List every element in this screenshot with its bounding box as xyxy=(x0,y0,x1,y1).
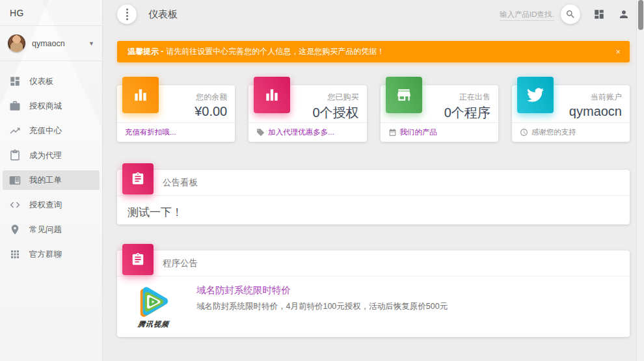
tencent-video-logo: 腾讯视频 xyxy=(133,283,174,329)
sidebar-item-official-group[interactable]: 官方群聊 xyxy=(3,245,100,264)
dashboard-grid-icon xyxy=(593,8,605,20)
store-icon xyxy=(386,77,422,113)
avatar xyxy=(8,34,25,52)
alert-prefix: 温馨提示 - xyxy=(127,46,163,57)
trending-up-icon xyxy=(9,125,21,137)
sidebar: HG qymaocn ▼ 仪表板 授权商城 充值中心 xyxy=(0,0,103,361)
stat-card-account: 当前账户 qymaocn 感谢您的支持 xyxy=(512,85,630,142)
announcement-board-card: 公告看板 测试一下！ xyxy=(117,170,630,224)
sidebar-item-recharge-center[interactable]: 充值中心 xyxy=(3,121,100,140)
announcement-description: 域名防封系统限时特价，4月前特价100元授权，活动后恢复原价500元 xyxy=(196,301,448,312)
user-name: qymaocn xyxy=(32,39,88,48)
main-content: 仪表板 温馨提示 - 请先前往设置中心完善您的个人信息，这是您购买产品的凭据！ … xyxy=(103,0,636,361)
brand-logo: HG xyxy=(0,0,102,26)
twitter-icon xyxy=(517,77,554,113)
sidebar-item-auth-store[interactable]: 授权商城 xyxy=(3,96,100,116)
sidebar-item-label: 我的工单 xyxy=(29,175,62,186)
topbar: 仪表板 xyxy=(117,0,630,29)
tag-icon xyxy=(256,128,265,137)
announcement-item: 腾讯视频 域名防封系统限时特价 域名防封系统限时特价，4月前特价100元授权，活… xyxy=(117,276,630,329)
apps-grid-icon xyxy=(9,248,21,260)
dashboard-icon xyxy=(9,75,21,87)
ticket-list-icon xyxy=(9,174,21,186)
person-icon xyxy=(618,8,630,20)
scrollbar-thumb[interactable] xyxy=(638,0,643,30)
sidebar-item-dashboard[interactable]: 仪表板 xyxy=(3,72,100,91)
alert-banner: 温馨提示 - 请先前往设置中心完善您的个人信息，这是您购买产品的凭据！ × xyxy=(117,41,630,62)
app-window: HG qymaocn ▼ 仪表板 授权商城 充值中心 xyxy=(0,0,644,361)
program-announcement-card: 程序公告 腾讯视频 xyxy=(117,250,630,337)
sidebar-toggle-button[interactable] xyxy=(117,5,137,24)
program-title: 程序公告 xyxy=(163,258,198,269)
search-button[interactable] xyxy=(561,5,580,24)
stats-row: 您的余额 ¥0.00 充值有折扣哦... 您已购买 0个授权 加入代理优惠多多.… xyxy=(117,85,630,142)
code-icon xyxy=(9,199,21,211)
clock-icon xyxy=(520,128,528,137)
search-input[interactable] xyxy=(500,8,554,21)
user-menu[interactable]: qymaocn ▼ xyxy=(0,26,102,61)
sidebar-item-auth-query[interactable]: 授权查询 xyxy=(3,195,100,215)
stat-card-purchased: 您已购买 0个授权 加入代理优惠多多... xyxy=(248,85,366,142)
briefcase-icon xyxy=(9,100,21,112)
board-content: 测试一下！ xyxy=(117,196,630,229)
sidebar-item-label: 成为代理 xyxy=(29,150,62,161)
agent-offer-link[interactable]: 加入代理优惠多多... xyxy=(268,127,334,137)
sidebar-item-my-tickets[interactable]: 我的工单 xyxy=(3,170,100,190)
clipboard-icon xyxy=(9,150,21,161)
bar-chart-icon xyxy=(122,77,159,113)
sidebar-item-label: 常见问题 xyxy=(29,224,62,235)
chevron-down-icon: ▼ xyxy=(88,40,94,47)
page-title: 仪表板 xyxy=(148,8,178,21)
dashboard-grid-button[interactable] xyxy=(593,8,605,20)
clipboard-icon xyxy=(122,163,154,194)
sidebar-nav: 仪表板 授权商城 充值中心 成为代理 我的工单 xyxy=(0,61,102,264)
scrollbar-track[interactable] xyxy=(636,0,644,361)
clipboard-icon xyxy=(122,244,154,275)
recharge-discount-link[interactable]: 充值有折扣哦... xyxy=(125,127,176,137)
stat-card-selling: 正在出售 0个程序 我们的产品 xyxy=(381,85,498,142)
our-products-link[interactable]: 我们的产品 xyxy=(400,127,438,137)
sidebar-item-faq[interactable]: 常见问题 xyxy=(3,220,100,239)
board-title: 公告看板 xyxy=(163,177,198,189)
calendar-icon xyxy=(388,128,397,137)
sidebar-item-become-agent[interactable]: 成为代理 xyxy=(3,146,100,165)
sidebar-item-label: 授权商城 xyxy=(29,101,62,112)
alert-close-button[interactable]: × xyxy=(615,47,621,56)
search-icon xyxy=(565,9,576,20)
sidebar-item-label: 官方群聊 xyxy=(29,249,62,260)
logo-caption: 腾讯视频 xyxy=(132,319,175,329)
account-button[interactable] xyxy=(618,8,630,20)
sidebar-item-label: 仪表板 xyxy=(29,76,54,87)
kebab-icon xyxy=(126,8,128,20)
bar-chart-icon xyxy=(254,77,290,113)
announcement-title-link[interactable]: 域名防封系统限时特价 xyxy=(196,284,291,297)
thanks-text: 感谢您的支持 xyxy=(531,127,576,137)
sidebar-item-label: 授权查询 xyxy=(29,200,62,211)
sidebar-item-label: 充值中心 xyxy=(29,126,62,137)
stat-card-balance: 您的余额 ¥0.00 充值有折扣哦... xyxy=(117,85,235,142)
alert-text: 请先前往设置中心完善您的个人信息，这是您购买产品的凭据！ xyxy=(166,46,384,57)
map-pin-icon xyxy=(9,224,21,235)
